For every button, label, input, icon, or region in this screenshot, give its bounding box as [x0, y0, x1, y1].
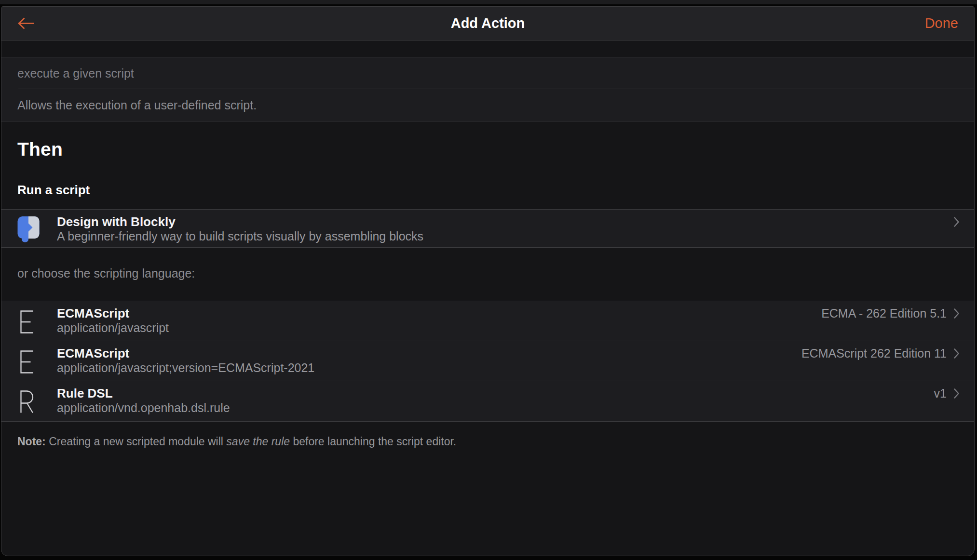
blockly-card: Design with Blockly A beginner-friendly …: [1, 209, 974, 248]
page-behind-edge: [0, 0, 977, 5]
language-after: ECMA - 262 Edition 5.1: [821, 306, 960, 321]
arrow-left-icon: [17, 16, 35, 30]
done-button[interactable]: Done: [925, 15, 958, 31]
language-text: ECMAScript application/javascript;versio…: [57, 341, 801, 381]
section-subheading-run-a-script: Run a script: [17, 182, 958, 198]
language-icon-slot: [17, 341, 57, 381]
letter-r-icon: [17, 389, 35, 414]
chevron-right-icon: [953, 216, 960, 227]
module-info-card: Allows the execution of a user-defined s…: [1, 57, 974, 121]
list-item-rule-dsl[interactable]: Rule DSL application/vnd.openhab.dsl.rul…: [1, 381, 974, 421]
chevron-right-icon: [953, 388, 960, 399]
language-text: Rule DSL application/vnd.openhab.dsl.rul…: [57, 381, 934, 421]
note-text: Note: Creating a new scripted module wil…: [17, 435, 958, 448]
language-title: ECMAScript: [57, 306, 821, 321]
note-label: Note:: [17, 435, 46, 448]
navbar-title: Add Action: [1, 15, 974, 31]
language-version: ECMA - 262 Edition 5.1: [821, 307, 947, 320]
language-mime: application/javascript;version=ECMAScrip…: [57, 361, 801, 375]
languages-card: ECMAScript application/javascript ECMA -…: [1, 301, 974, 422]
language-mime: application/javascript: [57, 321, 821, 335]
list-item-ecmascript-5-1[interactable]: ECMAScript application/javascript ECMA -…: [1, 301, 974, 341]
note-italic: save the rule: [226, 435, 290, 448]
language-version: v1: [934, 387, 947, 400]
letter-e-icon: [17, 309, 35, 334]
module-description-text: Allows the execution of a user-defined s…: [17, 98, 257, 112]
language-title: ECMAScript: [57, 346, 801, 361]
blockly-title: Design with Blockly: [57, 214, 953, 229]
module-description-row: Allows the execution of a user-defined s…: [1, 89, 974, 121]
language-after: ECMAScript 262 Edition 11: [801, 346, 960, 361]
language-after: v1: [934, 386, 960, 401]
list-item-ecmascript-2021[interactable]: ECMAScript application/javascript;versio…: [1, 341, 974, 381]
letter-e-icon: [17, 349, 35, 374]
blockly-icon: [17, 216, 40, 242]
chevron-right-icon: [953, 308, 960, 319]
blockly-icon-slot: [17, 210, 57, 247]
blockly-text: Design with Blockly A beginner-friendly …: [57, 210, 953, 247]
back-button[interactable]: [1, 12, 44, 35]
add-action-modal: Add Action Done Allows the execution of …: [1, 6, 975, 556]
language-mime: application/vnd.openhab.dsl.rule: [57, 401, 934, 415]
module-name-row[interactable]: [1, 57, 974, 89]
or-choose-label: or choose the scripting language:: [17, 267, 958, 280]
blockly-subtitle: A beginner-friendly way to build scripts…: [57, 229, 953, 243]
module-name-input[interactable]: [17, 67, 960, 80]
chevron-right-icon: [953, 348, 960, 359]
language-icon-slot: [17, 301, 57, 341]
language-text: ECMAScript application/javascript: [57, 301, 821, 341]
design-with-blockly-item[interactable]: Design with Blockly A beginner-friendly …: [1, 210, 974, 247]
language-title: Rule DSL: [57, 386, 934, 401]
navbar: Add Action Done: [1, 7, 974, 40]
blockly-after: [953, 214, 960, 229]
language-version: ECMAScript 262 Edition 11: [801, 347, 947, 360]
language-icon-slot: [17, 381, 57, 421]
section-heading-then: Then: [17, 138, 958, 160]
